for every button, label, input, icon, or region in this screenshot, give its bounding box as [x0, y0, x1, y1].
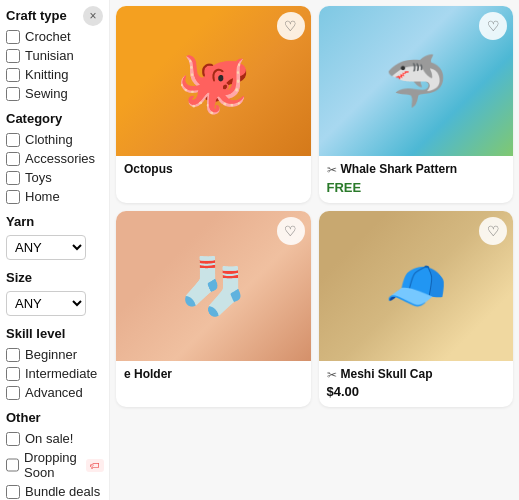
- product-title-skull-cap: Meshi Skull Cap: [341, 367, 433, 383]
- checkbox-sewing[interactable]: [6, 87, 20, 101]
- yarn-select[interactable]: ANY Worsted DK Bulky Fingering: [6, 235, 86, 260]
- filter-sewing[interactable]: Sewing: [6, 86, 101, 101]
- scissor-icon-whale-shark: ✂: [327, 163, 337, 177]
- label-crochet: Crochet: [25, 29, 71, 44]
- checkbox-knitting[interactable]: [6, 68, 20, 82]
- label-clothing: Clothing: [25, 132, 73, 147]
- filter-on-sale[interactable]: On sale!: [6, 431, 101, 446]
- checkbox-home[interactable]: [6, 190, 20, 204]
- section-title-other: Other: [6, 410, 101, 425]
- label-knitting: Knitting: [25, 67, 68, 82]
- checkbox-bundle-deals[interactable]: [6, 485, 20, 499]
- product-price-skull-cap: $4.00: [327, 384, 506, 399]
- favorite-button-holder[interactable]: ♡: [277, 217, 305, 245]
- product-card-whale-shark[interactable]: ♡ ✂ Whale Shark Pattern FREE: [319, 6, 514, 203]
- card-body-octopus: Octopus: [116, 156, 311, 188]
- label-dropping-soon: Dropping Soon: [24, 450, 77, 480]
- favorite-button-octopus[interactable]: ♡: [277, 12, 305, 40]
- label-home: Home: [25, 189, 60, 204]
- checkbox-advanced[interactable]: [6, 386, 20, 400]
- label-accessories: Accessories: [25, 151, 95, 166]
- filter-tunisian[interactable]: Tunisian: [6, 48, 101, 63]
- product-card-holder[interactable]: ♡ e Holder: [116, 211, 311, 408]
- favorite-button-whale-shark[interactable]: ♡: [479, 12, 507, 40]
- label-bundle-deals: Bundle deals: [25, 484, 100, 499]
- filter-toys[interactable]: Toys: [6, 170, 101, 185]
- section-title-category: Category: [6, 111, 101, 126]
- checkbox-dropping-soon[interactable]: [6, 458, 19, 472]
- filter-home[interactable]: Home: [6, 189, 101, 204]
- card-title-row-whale-shark: ✂ Whale Shark Pattern: [327, 162, 506, 178]
- section-title-size: Size: [6, 270, 101, 285]
- product-title-whale-shark: Whale Shark Pattern: [341, 162, 458, 178]
- checkbox-on-sale[interactable]: [6, 432, 20, 446]
- label-beginner: Beginner: [25, 347, 77, 362]
- checkbox-crochet[interactable]: [6, 30, 20, 44]
- section-title-yarn: Yarn: [6, 214, 101, 229]
- card-title-row-holder: e Holder: [124, 367, 303, 383]
- filter-crochet[interactable]: Crochet: [6, 29, 101, 44]
- dropping-soon-badge: 🏷: [86, 459, 104, 472]
- filter-beginner[interactable]: Beginner: [6, 347, 101, 362]
- checkbox-beginner[interactable]: [6, 348, 20, 362]
- section-title-skill-level: Skill level: [6, 326, 101, 341]
- product-grid-container: ♡ Octopus ♡ ✂ Whale Shark Pattern FREE: [110, 0, 519, 500]
- filter-sidebar: × Craft type Crochet Tunisian Knitting S…: [0, 0, 110, 500]
- checkbox-toys[interactable]: [6, 171, 20, 185]
- label-toys: Toys: [25, 170, 52, 185]
- filter-accessories[interactable]: Accessories: [6, 151, 101, 166]
- product-grid: ♡ Octopus ♡ ✂ Whale Shark Pattern FREE: [116, 6, 513, 407]
- scissor-icon-skull-cap: ✂: [327, 368, 337, 382]
- label-tunisian: Tunisian: [25, 48, 74, 63]
- label-sewing: Sewing: [25, 86, 68, 101]
- size-select[interactable]: ANY XS S M L XL: [6, 291, 86, 316]
- label-intermediate: Intermediate: [25, 366, 97, 381]
- card-body-skull-cap: ✂ Meshi Skull Cap $4.00: [319, 361, 514, 408]
- card-body-whale-shark: ✂ Whale Shark Pattern FREE: [319, 156, 514, 203]
- product-title-holder: e Holder: [124, 367, 172, 383]
- favorite-button-skull-cap[interactable]: ♡: [479, 217, 507, 245]
- product-card-skull-cap[interactable]: ♡ ✂ Meshi Skull Cap $4.00: [319, 211, 514, 408]
- filter-advanced[interactable]: Advanced: [6, 385, 101, 400]
- product-card-octopus[interactable]: ♡ Octopus: [116, 6, 311, 203]
- card-body-holder: e Holder: [116, 361, 311, 393]
- card-title-row-skull-cap: ✂ Meshi Skull Cap: [327, 367, 506, 383]
- close-button[interactable]: ×: [83, 6, 103, 26]
- checkbox-tunisian[interactable]: [6, 49, 20, 63]
- product-title-octopus: Octopus: [124, 162, 173, 178]
- label-on-sale: On sale!: [25, 431, 73, 446]
- product-price-whale-shark: FREE: [327, 180, 506, 195]
- filter-bundle-deals[interactable]: Bundle deals: [6, 484, 101, 499]
- checkbox-accessories[interactable]: [6, 152, 20, 166]
- card-title-row-octopus: Octopus: [124, 162, 303, 178]
- checkbox-intermediate[interactable]: [6, 367, 20, 381]
- filter-clothing[interactable]: Clothing: [6, 132, 101, 147]
- filter-intermediate[interactable]: Intermediate: [6, 366, 101, 381]
- checkbox-clothing[interactable]: [6, 133, 20, 147]
- filter-knitting[interactable]: Knitting: [6, 67, 101, 82]
- label-advanced: Advanced: [25, 385, 83, 400]
- filter-dropping-soon[interactable]: Dropping Soon 🏷: [6, 450, 101, 480]
